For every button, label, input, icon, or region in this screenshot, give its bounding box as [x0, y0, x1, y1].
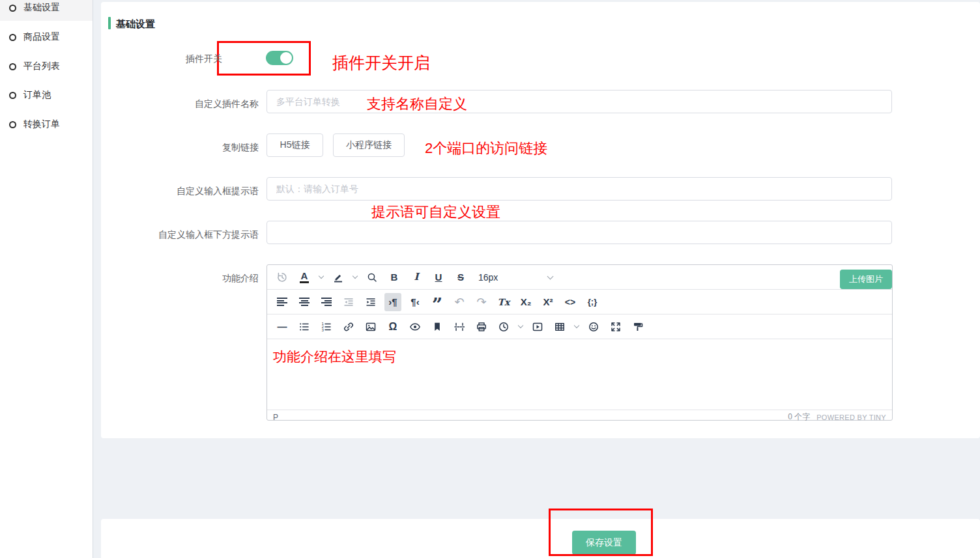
- annotation-input-hint: 提示语可自定义设置: [371, 202, 500, 222]
- app-root: 基础设置 商品设置 平台列表 订单池 转换订单 基础设置 插件开关 插件开关开启: [0, 0, 980, 558]
- italic-icon[interactable]: I: [408, 268, 425, 286]
- svg-text:3: 3: [322, 328, 324, 332]
- underline-icon[interactable]: U: [430, 268, 447, 286]
- plugin-name-input[interactable]: [267, 90, 892, 113]
- settings-card: 基础设置 插件开关 插件开关开启 自定义插件名称 支持名称自定义 复制链接 H5…: [101, 2, 980, 438]
- sidebar-item-label: 基础设置: [23, 2, 60, 14]
- plugin-switch-toggle[interactable]: [266, 51, 293, 65]
- editor-status-bar: P 0 个字 POWERED BY TINY: [267, 410, 892, 424]
- radio-circle-icon: [9, 5, 16, 12]
- superscript-icon[interactable]: X²: [540, 293, 556, 311]
- numbered-list-icon[interactable]: 123: [318, 318, 335, 336]
- font-color-button[interactable]: A: [296, 268, 313, 286]
- powered-by-tiny[interactable]: POWERED BY TINY: [816, 413, 886, 421]
- input-sub-hint-label: 自定义输入框下方提示语: [101, 229, 259, 241]
- sidebar: 基础设置 商品设置 平台列表 订单池 转换订单: [0, 0, 93, 558]
- align-center-icon[interactable]: [296, 293, 313, 311]
- chevron-down-icon[interactable]: [353, 273, 358, 279]
- h5-link-button[interactable]: H5链接: [267, 133, 323, 157]
- bold-icon[interactable]: B: [386, 268, 403, 286]
- clear-format-icon[interactable]: Tx: [495, 293, 512, 311]
- title-accent-bar: [108, 17, 111, 29]
- chevron-down-icon[interactable]: [574, 323, 579, 328]
- input-hint-input[interactable]: [267, 177, 892, 201]
- strikethrough-icon[interactable]: S: [452, 268, 469, 286]
- undo-icon[interactable]: ↶: [451, 293, 468, 311]
- annotation-feature-intro: 功能介绍在这里填写: [273, 348, 396, 366]
- font-size-select[interactable]: 16px: [474, 268, 560, 286]
- radio-circle-icon: [9, 34, 16, 41]
- editor-toolbar-row-3: — 123 Ω: [267, 314, 892, 339]
- bookmark-icon[interactable]: [429, 318, 446, 336]
- bullet-list-icon[interactable]: [296, 318, 313, 336]
- annotation-plugin-switch: 插件开关开启: [332, 52, 430, 74]
- radio-circle-icon: [9, 63, 16, 70]
- rtl-direction-icon[interactable]: ¶‹: [407, 293, 424, 311]
- annotation-plugin-name: 支持名称自定义: [367, 94, 467, 114]
- toggle-thumb-icon: [280, 52, 292, 64]
- input-hint-label: 自定义输入框提示语: [101, 186, 259, 197]
- save-settings-button[interactable]: 保存设置: [572, 531, 636, 555]
- blockquote-icon[interactable]: ”: [429, 293, 446, 311]
- copy-link-label: 复制链接: [101, 142, 259, 154]
- annotation-copy-link: 2个端口的访问链接: [425, 139, 547, 158]
- sidebar-item-label: 商品设置: [23, 31, 60, 43]
- code-block-icon[interactable]: {;}: [584, 293, 601, 311]
- redo-icon[interactable]: ↷: [473, 293, 490, 311]
- insert-time-icon[interactable]: [495, 318, 512, 336]
- image-icon[interactable]: [362, 318, 379, 336]
- inline-code-icon[interactable]: <>: [562, 293, 579, 311]
- special-character-icon[interactable]: Ω: [384, 318, 401, 336]
- word-count: 0 个字: [788, 412, 810, 423]
- plugin-name-label: 自定义插件名称: [101, 98, 259, 110]
- ltr-direction-icon[interactable]: ›¶: [384, 293, 401, 311]
- editor-toolbar-row-1: A B I U S 16px 上传图片: [267, 265, 892, 290]
- editor-content-area[interactable]: 功能介绍在这里填写: [267, 339, 892, 410]
- radio-circle-icon: [9, 121, 16, 128]
- align-left-icon[interactable]: [274, 293, 291, 311]
- highlight-button[interactable]: [330, 268, 347, 286]
- subscript-icon[interactable]: X₂: [517, 293, 534, 311]
- indent-icon[interactable]: [362, 293, 379, 311]
- restore-history-icon[interactable]: [274, 268, 291, 286]
- font-color-icon: A: [300, 271, 310, 283]
- outdent-icon[interactable]: [340, 293, 357, 311]
- sidebar-item-convert-order[interactable]: 转换订单: [0, 111, 93, 137]
- format-paint-icon[interactable]: [629, 318, 646, 336]
- link-icon[interactable]: [340, 318, 357, 336]
- sidebar-item-label: 转换订单: [23, 119, 60, 130]
- font-size-value: 16px: [478, 272, 498, 283]
- page-title: 基础设置: [116, 18, 155, 31]
- element-path[interactable]: P: [273, 413, 278, 422]
- chevron-down-icon: [547, 273, 554, 279]
- radio-circle-icon: [9, 92, 16, 99]
- annotation-rect-plugin-switch: [217, 41, 311, 76]
- chevron-down-icon[interactable]: [518, 323, 523, 328]
- horizontal-rule-icon[interactable]: —: [274, 318, 291, 336]
- plugin-switch-label: 插件开关: [65, 53, 222, 65]
- sidebar-item-product-settings[interactable]: 商品设置: [0, 24, 93, 50]
- upload-image-button[interactable]: 上传图片: [840, 270, 892, 289]
- chevron-down-icon[interactable]: [319, 273, 324, 279]
- align-right-icon[interactable]: [318, 293, 335, 311]
- sidebar-item-basic-settings[interactable]: 基础设置: [0, 0, 93, 21]
- input-sub-hint-input[interactable]: [267, 221, 892, 244]
- media-icon[interactable]: [529, 318, 546, 336]
- preview-icon[interactable]: [407, 318, 424, 336]
- rich-text-editor: A B I U S 16px 上传图片: [267, 264, 893, 421]
- mini-program-link-button[interactable]: 小程序链接: [333, 133, 405, 157]
- page-break-icon[interactable]: [451, 318, 468, 336]
- search-icon[interactable]: [364, 268, 381, 286]
- emoji-icon[interactable]: [585, 318, 602, 336]
- print-icon[interactable]: [473, 318, 490, 336]
- sidebar-item-order-pool[interactable]: 订单池: [0, 82, 93, 108]
- feature-intro-label: 功能介绍: [101, 273, 259, 285]
- fullscreen-icon[interactable]: [607, 318, 624, 336]
- sidebar-item-label: 平台列表: [23, 61, 60, 72]
- editor-toolbar-row-2: ›¶ ¶‹ ” ↶ ↷ Tx X₂ X² <> {;}: [267, 290, 892, 314]
- save-footer-bar: 保存设置: [101, 519, 980, 558]
- table-icon[interactable]: [551, 318, 568, 336]
- sidebar-item-label: 订单池: [23, 89, 51, 101]
